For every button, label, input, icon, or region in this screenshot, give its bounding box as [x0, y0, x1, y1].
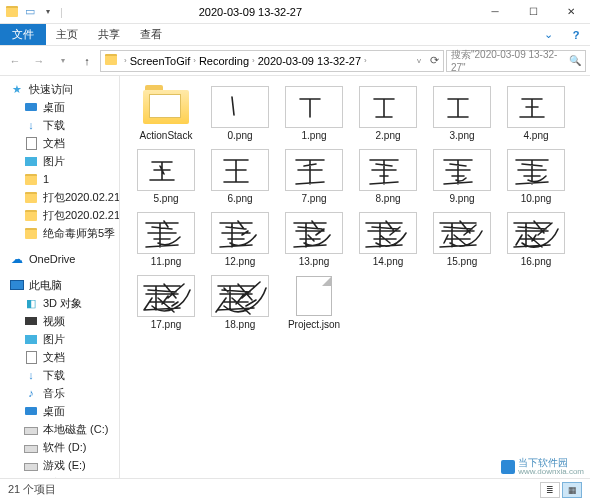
sidebar-drive-c[interactable]: 本地磁盘 (C:): [0, 420, 119, 438]
image-item[interactable]: 15.png: [426, 210, 498, 269]
sidebar-pictures[interactable]: 图片: [0, 152, 119, 170]
pc-icon: [10, 278, 24, 292]
image-thumbnail: [211, 212, 269, 254]
sidebar-downloads[interactable]: 下载: [0, 116, 119, 134]
video-icon: [24, 314, 38, 328]
image-item[interactable]: 0.png: [204, 84, 276, 143]
image-item[interactable]: 9.png: [426, 147, 498, 206]
file-label: 13.png: [299, 256, 330, 267]
watermark: 当下软件园 www.downxia.com: [501, 458, 584, 476]
forward-button[interactable]: →: [28, 50, 50, 72]
breadcrumb-part[interactable]: Recording: [199, 55, 249, 67]
chevron-right-icon[interactable]: ›: [193, 56, 196, 65]
details-view-button[interactable]: ≣: [540, 482, 560, 498]
breadcrumb-dropdown-icon[interactable]: v: [417, 56, 421, 65]
file-label: 12.png: [225, 256, 256, 267]
chevron-right-icon[interactable]: ›: [124, 56, 127, 65]
sidebar-desktop[interactable]: 桌面: [0, 98, 119, 116]
image-item[interactable]: 14.png: [352, 210, 424, 269]
file-item[interactable]: Project.json: [278, 273, 350, 332]
sidebar-documents-pc[interactable]: 文档: [0, 348, 119, 366]
sidebar-folder-pack2[interactable]: 打包2020.02.21.02: [0, 206, 119, 224]
breadcrumb-part[interactable]: ScreenToGif: [130, 55, 191, 67]
tab-home[interactable]: 主页: [46, 24, 88, 45]
file-label: 10.png: [521, 193, 552, 204]
image-item[interactable]: 17.png: [130, 273, 202, 332]
sidebar-3d-objects[interactable]: 3D 对象: [0, 294, 119, 312]
image-thumbnail: [433, 86, 491, 128]
breadcrumb-part[interactable]: 2020-03-09 13-32-27: [258, 55, 361, 67]
image-item[interactable]: 2.png: [352, 84, 424, 143]
image-thumbnail: [137, 275, 195, 317]
sidebar-this-pc[interactable]: 此电脑: [0, 276, 119, 294]
image-item[interactable]: 5.png: [130, 147, 202, 206]
back-button[interactable]: ←: [4, 50, 26, 72]
image-thumbnail: [211, 275, 269, 317]
sidebar-videos[interactable]: 视频: [0, 312, 119, 330]
minimize-button[interactable]: ─: [476, 0, 514, 24]
sidebar-drive-d[interactable]: 软件 (D:): [0, 438, 119, 456]
close-button[interactable]: ✕: [552, 0, 590, 24]
tab-view[interactable]: 查看: [130, 24, 172, 45]
image-item[interactable]: 8.png: [352, 147, 424, 206]
tab-file[interactable]: 文件: [0, 24, 46, 45]
maximize-button[interactable]: ☐: [514, 0, 552, 24]
file-icon: [285, 275, 343, 317]
sidebar-onedrive[interactable]: OneDrive: [0, 250, 119, 268]
search-input[interactable]: 搜索"2020-03-09 13-32-27" 🔍: [446, 50, 586, 72]
status-bar: 21 个项目 ≣ ▦: [0, 478, 590, 500]
picture-icon: [24, 332, 38, 346]
cube-icon: [24, 296, 38, 310]
nav-pane[interactable]: ★快速访问 桌面 下载 文档 图片 1 打包2020.02.21.01 打包20…: [0, 76, 120, 478]
image-item[interactable]: 7.png: [278, 147, 350, 206]
breadcrumb[interactable]: › ScreenToGif › Recording › 2020-03-09 1…: [100, 50, 444, 72]
picture-icon: [24, 154, 38, 168]
help-icon[interactable]: ?: [562, 24, 590, 45]
image-item[interactable]: 6.png: [204, 147, 276, 206]
file-label: 1.png: [301, 130, 326, 141]
image-thumbnail: [211, 149, 269, 191]
sidebar-folder-1[interactable]: 1: [0, 170, 119, 188]
sidebar-music[interactable]: 音乐: [0, 384, 119, 402]
file-label: 11.png: [151, 256, 182, 267]
folder-icon: [24, 226, 38, 240]
sidebar-pictures-pc[interactable]: 图片: [0, 330, 119, 348]
folder-item[interactable]: ActionStack: [130, 84, 202, 143]
sidebar-quick-access[interactable]: ★快速访问: [0, 80, 119, 98]
image-thumbnail: [359, 212, 417, 254]
refresh-icon[interactable]: ⟳: [430, 54, 439, 67]
sidebar-folder-show5[interactable]: 绝命毒师第5季: [0, 224, 119, 242]
image-thumbnail: [285, 86, 343, 128]
icons-view-button[interactable]: ▦: [562, 482, 582, 498]
image-item[interactable]: 12.png: [204, 210, 276, 269]
image-thumbnail: [137, 149, 195, 191]
image-item[interactable]: 13.png: [278, 210, 350, 269]
image-item[interactable]: 16.png: [500, 210, 572, 269]
sidebar-drive-e[interactable]: 游戏 (E:): [0, 456, 119, 474]
tab-share[interactable]: 共享: [88, 24, 130, 45]
image-thumbnail: [507, 149, 565, 191]
image-item[interactable]: 1.png: [278, 84, 350, 143]
search-icon[interactable]: 🔍: [569, 55, 581, 66]
ribbon-expand-icon[interactable]: ⌄: [534, 24, 562, 45]
file-label: 3.png: [449, 130, 474, 141]
image-item[interactable]: 18.png: [204, 273, 276, 332]
image-item[interactable]: 10.png: [500, 147, 572, 206]
download-icon: [24, 118, 38, 132]
document-icon: [24, 136, 38, 150]
file-label: 2.png: [375, 130, 400, 141]
recent-dropdown-icon[interactable]: ▾: [52, 50, 74, 72]
chevron-right-icon[interactable]: ›: [364, 56, 367, 65]
image-item[interactable]: 3.png: [426, 84, 498, 143]
sidebar-desktop-pc[interactable]: 桌面: [0, 402, 119, 420]
star-icon: ★: [10, 82, 24, 96]
window-controls: ─ ☐ ✕: [476, 0, 590, 24]
up-button[interactable]: ↑: [76, 50, 98, 72]
image-item[interactable]: 4.png: [500, 84, 572, 143]
sidebar-documents[interactable]: 文档: [0, 134, 119, 152]
sidebar-downloads-pc[interactable]: 下载: [0, 366, 119, 384]
sidebar-folder-pack1[interactable]: 打包2020.02.21.01: [0, 188, 119, 206]
chevron-right-icon[interactable]: ›: [252, 56, 255, 65]
image-item[interactable]: 11.png: [130, 210, 202, 269]
file-list[interactable]: ActionStack0.png1.png2.png3.png4.png5.pn…: [120, 76, 590, 478]
